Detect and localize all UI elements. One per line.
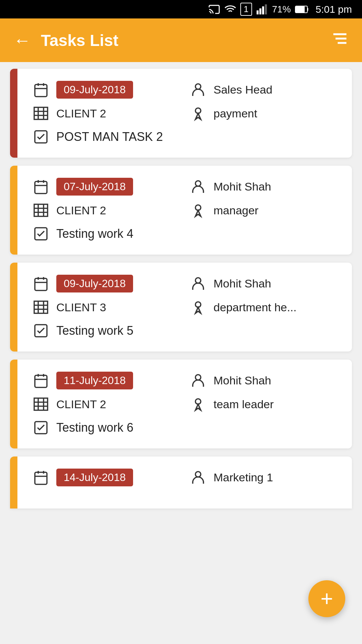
task-card[interactable]: 09-July-2018 Sales Head CLIENT 2 payment — [10, 69, 352, 158]
card-body: 09-July-2018 Mohit Shah CLIENT 3 departm… — [17, 263, 352, 352]
card-accent — [10, 263, 17, 352]
svg-rect-2 — [256, 10, 258, 14]
card-body: 14-July-2018 Marketing 1 — [17, 457, 352, 508]
badge-icon — [189, 395, 207, 413]
task-date: 07-July-2018 — [56, 178, 133, 196]
back-button[interactable]: ← — [13, 32, 31, 49]
svg-point-15 — [195, 84, 201, 89]
person-field: Mohit Shah — [189, 178, 340, 196]
add-icon: + — [320, 588, 333, 609]
task-role: department he... — [214, 301, 297, 314]
svg-rect-11 — [35, 85, 47, 97]
role-field: department he... — [189, 299, 340, 316]
task-date: 14-July-2018 — [56, 469, 133, 486]
calendar-icon — [32, 275, 50, 292]
date-field: 14-July-2018 — [32, 469, 183, 486]
svg-point-51 — [195, 375, 201, 380]
filter-button[interactable] — [331, 30, 349, 51]
svg-rect-23 — [35, 181, 47, 194]
person-icon — [189, 178, 207, 196]
date-field: 07-July-2018 — [32, 178, 183, 196]
building-icon — [32, 395, 50, 413]
role-field: manager — [189, 202, 340, 219]
badge-icon — [189, 202, 207, 219]
task-person: Mohit Shah — [214, 180, 271, 193]
person-field: Mohit Shah — [189, 275, 340, 292]
add-task-button[interactable]: + — [308, 580, 345, 617]
task-client: CLIENT 3 — [56, 301, 106, 314]
task-name-field: Testing work 6 — [32, 419, 340, 436]
task-name: Testing work 5 — [56, 324, 133, 338]
task-name: POST MAN TASK 2 — [56, 130, 163, 144]
checkbox-icon — [32, 225, 50, 243]
svg-rect-35 — [35, 278, 47, 290]
calendar-icon — [32, 81, 50, 99]
task-name: Testing work 6 — [56, 421, 133, 435]
badge-icon — [189, 105, 207, 122]
person-icon — [189, 81, 207, 99]
task-card[interactable]: 11-July-2018 Mohit Shah CLIENT 2 team le… — [10, 360, 352, 448]
building-icon — [32, 299, 50, 316]
role-field: team leader — [189, 395, 340, 413]
card-accent — [10, 360, 17, 448]
svg-rect-52 — [34, 398, 48, 410]
task-role: manager — [214, 204, 258, 217]
card-body: 11-July-2018 Mohit Shah CLIENT 2 team le… — [17, 360, 352, 448]
task-card[interactable]: 07-July-2018 Mohit Shah CLIENT 2 manager — [10, 166, 352, 255]
calendar-icon — [32, 178, 50, 196]
status-icons: 1 71% — [208, 3, 310, 16]
building-icon — [32, 202, 50, 219]
role-field: payment — [189, 105, 340, 122]
client-field: CLIENT 2 — [32, 395, 183, 413]
task-person: Sales Head — [214, 83, 273, 96]
svg-point-63 — [195, 472, 201, 477]
person-icon — [189, 469, 207, 486]
client-field: CLIENT 3 — [32, 299, 183, 316]
app-header: ← Tasks List — [0, 18, 362, 62]
checkbox-icon — [32, 128, 50, 146]
client-field: CLIENT 2 — [32, 202, 183, 219]
battery-indicator: 71% — [272, 4, 291, 15]
task-person: Marketing 1 — [214, 471, 273, 484]
card-body: 07-July-2018 Mohit Shah CLIENT 2 manager — [17, 166, 352, 255]
task-client: CLIENT 2 — [56, 398, 106, 411]
task-client: CLIENT 2 — [56, 204, 106, 217]
date-field: 09-July-2018 — [32, 81, 183, 99]
svg-point-27 — [195, 181, 201, 186]
card-accent — [10, 166, 17, 255]
person-icon — [189, 372, 207, 389]
svg-rect-40 — [34, 301, 48, 313]
badge-icon — [189, 299, 207, 316]
filter-icon — [331, 30, 349, 47]
card-body: 09-July-2018 Sales Head CLIENT 2 payment — [17, 69, 352, 158]
svg-rect-3 — [259, 8, 261, 14]
status-time: 5:01 pm — [316, 4, 352, 15]
signal-icon — [256, 3, 268, 15]
wifi-icon — [224, 3, 236, 15]
task-name-field: Testing work 4 — [32, 225, 340, 243]
page-title: Tasks List — [41, 31, 331, 50]
svg-point-39 — [195, 278, 201, 283]
task-client: CLIENT 2 — [56, 107, 106, 120]
task-person: Mohit Shah — [214, 374, 271, 387]
svg-rect-5 — [265, 4, 267, 14]
task-card[interactable]: 14-July-2018 Marketing 1 — [10, 457, 352, 508]
person-field: Sales Head — [189, 81, 340, 99]
person-icon — [189, 275, 207, 292]
sim-indicator: 1 — [240, 3, 252, 16]
checkbox-icon — [32, 322, 50, 339]
card-accent — [10, 69, 17, 158]
svg-rect-16 — [34, 107, 48, 119]
person-field: Marketing 1 — [189, 469, 340, 486]
task-card[interactable]: 09-July-2018 Mohit Shah CLIENT 3 departm… — [10, 263, 352, 352]
svg-rect-7 — [296, 6, 304, 12]
client-field: CLIENT 2 — [32, 105, 183, 122]
card-accent — [10, 457, 17, 508]
date-field: 11-July-2018 — [32, 372, 183, 389]
task-name-field: POST MAN TASK 2 — [32, 128, 340, 146]
task-name: Testing work 4 — [56, 227, 133, 241]
svg-rect-28 — [34, 204, 48, 216]
task-name-field: Testing work 5 — [32, 322, 340, 339]
cast-icon — [208, 3, 220, 15]
svg-rect-4 — [262, 6, 264, 14]
